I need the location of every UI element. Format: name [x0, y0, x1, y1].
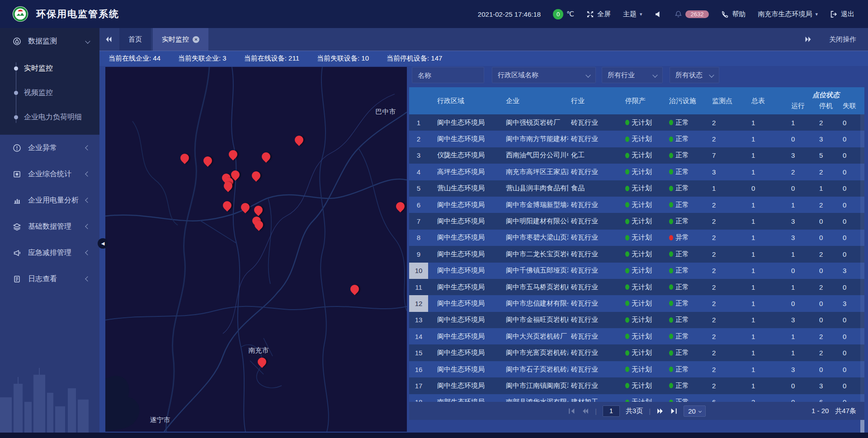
bullet-dot-icon [14, 91, 18, 95]
cell-stop-status: 无计划 [613, 114, 661, 131]
sidebar-subitem-label: 企业电力负荷明细 [24, 113, 82, 122]
column-monitor: 监测点 [706, 87, 748, 114]
cell-treatment-status: 正常 [661, 263, 706, 279]
page-size-select[interactable]: 20 [684, 405, 706, 417]
help-button[interactable]: 帮助 [721, 10, 745, 19]
table-row[interactable]: 5营山生态环境局营山县润丰肉食品有限食品无计划正常10010 [409, 180, 864, 197]
fullscreen-button[interactable]: 全屏 [586, 10, 611, 19]
table-row[interactable]: 10阆中生态环境局阆中千佛镇五郎垭页岩砖瓦行业无计划正常21003 [409, 263, 864, 279]
cell-industry: 砖瓦行业 [568, 361, 613, 377]
table-row[interactable]: 12阆中生态环境局阆中市忠信建材有限公砖瓦行业无计划正常21003 [409, 295, 864, 311]
sidebar-item-4[interactable]: 企业用电量分析 [0, 187, 99, 213]
cell-run-count: 3 [788, 361, 816, 377]
name-filter-input[interactable] [412, 67, 484, 83]
status-dot-green [625, 186, 629, 191]
status-dot-green [669, 169, 673, 174]
enterprise-panel: 行政区域名称 所有行业 所有状态 行政区域 企业 行业 停限产 治污设施 监测点… [409, 67, 864, 420]
map-city-label: 巴中市 [376, 108, 396, 116]
sidebar-item-2[interactable]: 企业异常 [0, 135, 99, 161]
map-panel[interactable]: 巴中市南充市遂宁市 [105, 67, 407, 432]
scroll-tabs-right-button[interactable] [799, 36, 817, 43]
cell-meter-count: 1 [748, 114, 788, 131]
sidebar-item-label: 数据监测 [28, 37, 57, 46]
cell-run-count: 2 [788, 164, 816, 180]
bell-icon [675, 10, 682, 18]
table-row[interactable]: 8阆中生态环境局阆中市枣碧大梁山页岩砖瓦行业无计划异常21300 [409, 230, 864, 246]
sidebar-subitem[interactable]: 视频监控 [0, 80, 99, 105]
fullscreen-icon [586, 10, 594, 18]
sound-toggle[interactable] [655, 10, 662, 18]
temperature-unit: ℃ [566, 10, 574, 18]
sidebar-item-5[interactable]: 基础数据管理 [0, 213, 99, 240]
table-row[interactable]: 3仪陇生态环境局西南油气田分公司川中化工无计划正常71350 [409, 147, 864, 164]
org-dropdown[interactable]: 南充市生态环境局 ▾ [758, 10, 818, 19]
sidebar-subitem[interactable]: 实时监控 [0, 56, 99, 80]
prev-page-button[interactable] [581, 407, 589, 415]
theme-dropdown[interactable]: 主题 ▾ [623, 10, 642, 19]
row-index: 5 [409, 180, 428, 197]
row-index: 17 [409, 377, 428, 394]
notification-area[interactable]: 2632 [675, 10, 709, 18]
cell-stop-status: 无计划 [613, 328, 661, 344]
sidebar-item-6[interactable]: 应急减排管理 [0, 240, 99, 266]
cell-industry: 砖瓦行业 [568, 328, 613, 344]
table-row[interactable]: 4高坪生态环境局南充市高坪区王家店建砖瓦行业无计划正常31220 [409, 164, 864, 180]
logout-button[interactable]: 退出 [830, 10, 854, 19]
cell-run-count: 1 [788, 114, 816, 131]
cell-halt-count: 0 [816, 295, 839, 311]
close-tab-icon[interactable]: × [193, 36, 199, 43]
table-row[interactable]: 14阆中生态环境局阆中大兴页岩机砖厂砖瓦行业无计划正常21120 [409, 328, 864, 344]
cell-company: 南部县鸿华水泥有限公 [487, 394, 568, 402]
cell-treatment-status: 正常 [661, 328, 706, 344]
row-index: 15 [409, 344, 428, 361]
first-page-button[interactable] [568, 407, 576, 415]
table-row[interactable]: 17阆中生态环境局阆中市江南镇阆南页岩砖瓦行业无计划正常21030 [409, 377, 864, 394]
cell-monitor-count: 2 [706, 344, 748, 361]
cell-region: 阆中生态环境局 [428, 279, 487, 295]
cell-halt-count: 2 [816, 246, 839, 262]
cell-run-count: 3 [788, 147, 816, 164]
status-dot-green [669, 301, 673, 306]
table-row[interactable]: 1阆中生态环境局阆中强锐页岩砖厂砖瓦行业无计划正常21120 [409, 114, 864, 131]
tab-home[interactable]: 首页 [119, 28, 151, 51]
collapse-sidebar-button[interactable]: ◀ [98, 238, 108, 249]
cell-monitor-count: 2 [706, 377, 748, 394]
tab-realtime-monitor[interactable]: 实时监控 × [153, 28, 208, 51]
column-industry: 行业 [568, 87, 613, 114]
status-dot-green [625, 219, 629, 224]
next-page-button[interactable] [656, 407, 664, 415]
table-row[interactable]: 7阆中生态环境局阆中明阳建材有限公司砖瓦行业无计划正常21300 [409, 213, 864, 229]
last-page-button[interactable] [670, 407, 678, 415]
table-row[interactable]: 18南部生态环境局南部县鸿华水泥有限公建材加工无计划正常62060 [409, 394, 864, 402]
table-row[interactable]: 15阆中生态环境局阆中市光富页岩机砖厂砖瓦行业无计划正常21120 [409, 344, 864, 361]
cell-treatment-status: 正常 [661, 394, 706, 402]
sidebar-item-1[interactable]: 数据监测 [0, 28, 99, 54]
table-row[interactable]: 9阆中生态环境局阆中市二龙长宝页岩砖砖瓦行业无计划正常21120 [409, 246, 864, 262]
status-dot-green [625, 301, 629, 306]
table-row[interactable]: 6阆中生态环境局阆中市金博瑞新型墙材砖瓦行业无计划正常21120 [409, 197, 864, 213]
sidebar-item-3[interactable]: 企业综合统计 [0, 161, 99, 187]
table-row[interactable]: 11阆中生态环境局阆中市五马桥页岩机砖砖瓦行业无计划正常21120 [409, 279, 864, 295]
chevron-down-icon: ▾ [815, 11, 818, 17]
cell-region: 阆中生态环境局 [428, 114, 487, 131]
close-operations-button[interactable]: 关闭操作 [829, 35, 856, 44]
cell-treatment-status: 正常 [661, 180, 706, 197]
page-number-input[interactable] [603, 405, 620, 417]
industry-filter-select[interactable]: 所有行业 [602, 67, 663, 83]
cell-monitor-count: 2 [706, 131, 748, 147]
region-filter-select[interactable]: 行政区域名称 [492, 67, 596, 83]
stat-item: 当前失联设备: 10 [317, 54, 369, 63]
table-row[interactable]: 16阆中生态环境局阆中市石子页岩机砖厂砖瓦行业无计划正常21300 [409, 361, 864, 377]
cell-monitor-count: 2 [706, 197, 748, 213]
cell-stop-status: 无计划 [613, 263, 661, 279]
scroll-tabs-left-button[interactable] [99, 28, 118, 51]
cell-run-count: 1 [788, 328, 816, 344]
status-filter-select[interactable]: 所有状态 [670, 67, 719, 83]
table-row[interactable]: 13阆中生态环境局阆中市金福旺页岩机砖砖瓦行业无计划正常21300 [409, 312, 864, 328]
cell-stop-status: 无计划 [613, 131, 661, 147]
sidebar-subitem[interactable]: 企业电力负荷明细 [0, 105, 99, 129]
table-scrollbar[interactable] [860, 114, 864, 402]
sidebar-item-7[interactable]: 日志查看 [0, 266, 99, 292]
table-row[interactable]: 2阆中生态环境局阆中市南方节能建材有砖瓦行业无计划正常21030 [409, 131, 864, 147]
cell-company: 阆中市枣碧大梁山页岩 [487, 230, 568, 246]
